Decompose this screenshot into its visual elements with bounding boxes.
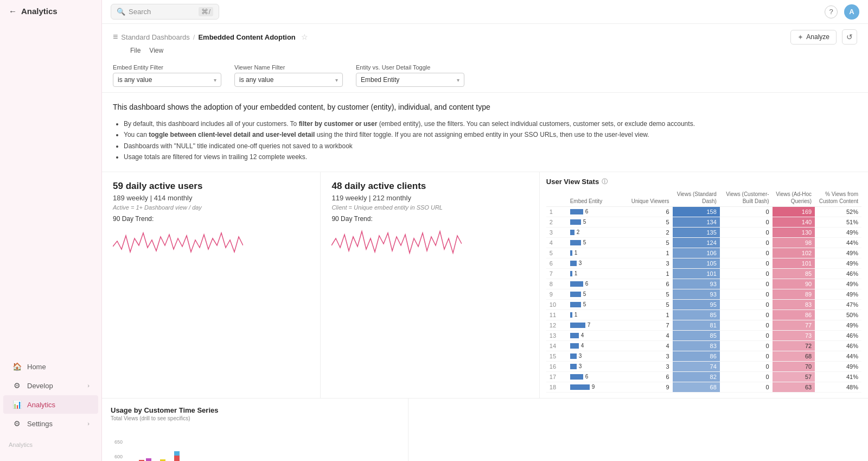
std-views-cell: 135 (673, 227, 720, 237)
sidebar-item-develop[interactable]: ⚙ Develop › (3, 376, 98, 395)
table-row: 11118508650% (546, 310, 861, 320)
avatar[interactable]: A (844, 4, 859, 20)
sidebar-item-settings[interactable]: ⚙ Settings › (3, 414, 98, 433)
filters-row: Embed Entity Filter is any value ▾ Viewe… (102, 59, 868, 93)
unique-viewers-cell: 1 (626, 310, 673, 320)
adhoc-views-cell: 89 (773, 289, 815, 299)
pct-views-cell: 49% (815, 289, 861, 299)
dashboard-actions: ✦ Analyze ↺ (790, 29, 857, 45)
std-views-cell: 85 (673, 310, 720, 320)
menu-icon[interactable]: ≡ (113, 32, 118, 42)
daily-users-weekly: 189 weekly | 414 monthly (113, 194, 309, 202)
table-row: 12778107749% (546, 320, 861, 330)
table-row: 255134014051% (546, 217, 861, 227)
unique-viewers-cell: 5 (626, 217, 673, 227)
pct-views-cell: 49% (815, 361, 861, 371)
chevron-right-icon: › (87, 420, 90, 427)
analyze-label: Analyze (806, 33, 829, 41)
row-rank: 2 (546, 217, 567, 227)
refresh-button[interactable]: ↺ (842, 29, 857, 45)
adhoc-views-cell: 68 (773, 351, 815, 361)
daily-users-trend-label: 90 Day Trend: (113, 215, 309, 223)
adhoc-views-cell: 63 (773, 382, 815, 392)
std-views-cell: 158 (673, 206, 720, 217)
row-rank: 14 (546, 340, 567, 351)
row-rank: 4 (546, 237, 567, 248)
search-box[interactable]: 🔍 Search ⌘/ (111, 4, 219, 20)
chevron-down-icon: ▾ (214, 77, 216, 83)
sidebar-item-label: Settings (27, 420, 53, 428)
row-rank: 18 (546, 382, 567, 392)
viewer-name-select[interactable]: is any value ▾ (234, 73, 343, 87)
embed-entity-filter: Embed Entity Filter is any value ▾ (113, 64, 221, 87)
breadcrumb: ≡ Standard Dashboards / Embedded Content… (113, 32, 308, 42)
avatar-label: A (849, 8, 854, 16)
cust-views-cell: 0 (720, 299, 773, 310)
analyze-button[interactable]: ✦ Analyze (790, 30, 837, 45)
entity-bar-cell: 4 (567, 340, 626, 351)
adhoc-views-cell: 102 (773, 248, 815, 258)
view-menu[interactable]: View (145, 46, 168, 55)
unique-viewers-cell: 1 (626, 268, 673, 279)
chevron-down-icon: ▾ (335, 77, 338, 83)
description-item-1: By default, this dashboard includes all … (124, 118, 857, 129)
adhoc-views-cell: 140 (773, 217, 815, 227)
unique-viewers-cell: 1 (626, 248, 673, 258)
usage-chart-section: Usage by Customer Time Series Total View… (102, 399, 409, 461)
daily-clients-weekly: 119 weekly | 212 monthly (331, 194, 528, 202)
table-row: 14448307246% (546, 340, 861, 351)
entity-user-select[interactable]: Embed Entity ▾ (356, 73, 464, 87)
daily-clients-title: 48 daily active clients (331, 181, 528, 192)
std-views-cell: 68 (673, 382, 720, 392)
description-item-2: You can toggle between client-level deta… (124, 129, 857, 140)
row-rank: 5 (546, 248, 567, 258)
entity-bar-cell: 3 (567, 258, 626, 268)
help-icon: ? (829, 8, 833, 16)
daily-users-sparkline (113, 225, 243, 263)
unique-viewers-cell: 6 (626, 206, 673, 217)
embed-entity-filter-label: Embed Entity Filter (113, 64, 221, 71)
entity-bar-cell: 7 (567, 320, 626, 330)
row-rank: 13 (546, 330, 567, 340)
entity-bar-cell: 4 (567, 330, 626, 340)
entity-bar-cell: 6 (567, 279, 626, 289)
table-row: 45512409844% (546, 237, 861, 248)
favorite-star-icon[interactable]: ☆ (301, 33, 308, 41)
daily-clients-trend-label: 90 Day Trend: (331, 215, 528, 223)
pct-views-cell: 50% (815, 310, 861, 320)
cust-views-cell: 0 (720, 258, 773, 268)
daily-clients-sparkline (331, 225, 462, 263)
std-views-cell: 74 (673, 361, 720, 371)
viewer-name-filter: Viewer Name Filter is any value ▾ (234, 64, 343, 87)
table-row: 17668205741% (546, 371, 861, 382)
std-views-cell: 105 (673, 258, 720, 268)
entity-user-toggle-filter: Entity vs. User Detail Toggle Embed Enti… (356, 64, 464, 87)
row-rank: 9 (546, 289, 567, 299)
y-axis: 650 600 550 500 450 (111, 439, 125, 461)
help-button[interactable]: ? (825, 5, 838, 18)
analytics-icon: 📊 (12, 400, 22, 409)
sidebar-item-analytics[interactable]: 📊 Analytics (3, 395, 98, 414)
bar-chart: 650 600 550 500 450 (111, 426, 399, 461)
breadcrumb-parent[interactable]: Standard Dashboards (121, 33, 189, 41)
embed-entity-select[interactable]: is any value ▾ (113, 73, 221, 87)
search-shortcut: ⌘/ (199, 7, 213, 16)
pct-views-cell: 46% (815, 340, 861, 351)
row-rank: 3 (546, 227, 567, 237)
adhoc-views-cell: 83 (773, 299, 815, 310)
pct-views-cell: 46% (815, 268, 861, 279)
pct-views-cell: 49% (815, 258, 861, 268)
std-views-cell: 81 (673, 320, 720, 330)
row-rank: 17 (546, 371, 567, 382)
cust-views-cell: 0 (720, 340, 773, 351)
viewer-name-filter-label: Viewer Name Filter (234, 64, 343, 71)
std-views-cell: 106 (673, 248, 720, 258)
bar-group (174, 451, 180, 461)
sidebar-header[interactable]: ← Analytics (0, 0, 101, 22)
file-menu[interactable]: File (126, 46, 145, 55)
entity-bar-cell: 5 (567, 289, 626, 299)
table-row: 16337407049% (546, 361, 861, 371)
sidebar-item-home[interactable]: 🏠 Home (3, 357, 98, 376)
entity-bar-cell: 6 (567, 206, 626, 217)
pct-views-cell: 49% (815, 227, 861, 237)
